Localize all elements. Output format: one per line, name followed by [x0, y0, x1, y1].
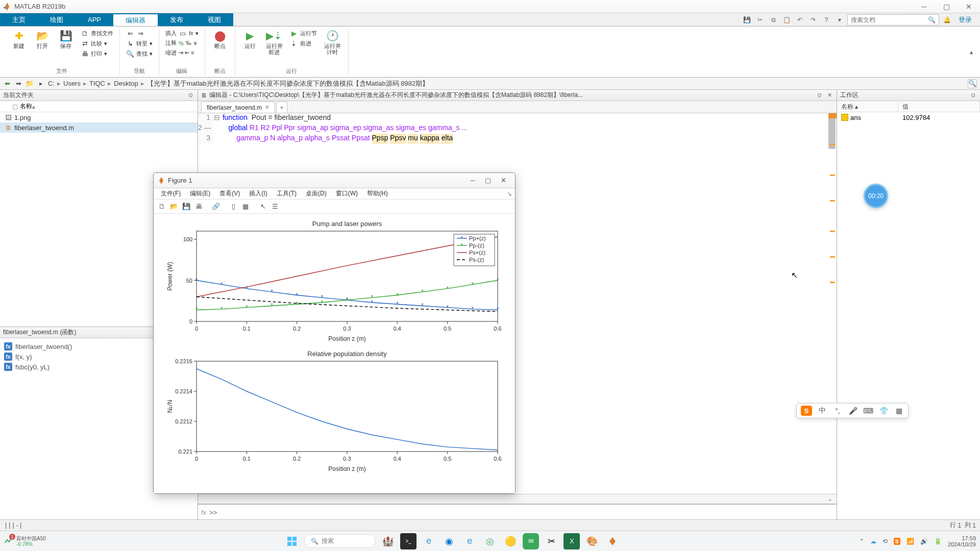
tray-volume-icon[interactable]: 🔊	[920, 538, 928, 545]
taskbar-360-icon[interactable]: ◎	[482, 533, 498, 549]
taskbar-excel-icon[interactable]: X	[564, 533, 580, 549]
ime-mic-icon[interactable]: 🎤	[848, 406, 858, 416]
tab-plots[interactable]: 绘图	[38, 13, 76, 26]
stock-widget[interactable]: 富时中国A50 -0.78%	[16, 536, 46, 547]
menu-file[interactable]: 文件(F)	[157, 188, 185, 199]
figure-menu-more-icon[interactable]: ↘	[507, 190, 512, 197]
run-time-button[interactable]: 🕐运行并 计时	[321, 29, 344, 56]
advance-button[interactable]: ⇣前进	[288, 39, 319, 48]
breakpoints-button[interactable]: ⬤断点	[209, 29, 231, 50]
goto-button[interactable]: ↳转至 ▾	[124, 39, 155, 48]
breadcrumb-drive[interactable]: C:	[47, 80, 56, 87]
paste-icon[interactable]: 📋	[781, 14, 792, 26]
recording-timer-badge[interactable]: 00:20	[864, 184, 888, 208]
insert-button[interactable]: 插入 ▭ fx ▾	[163, 29, 201, 38]
breadcrumb-seg[interactable]: Users	[62, 80, 82, 87]
taskbar-clock[interactable]: 17:59 2024/10/29	[948, 535, 976, 547]
taskbar-paint-icon[interactable]: 🎨	[584, 533, 600, 549]
save-button[interactable]: 💾保存	[55, 29, 77, 50]
tray-sync-icon[interactable]: ⟲	[883, 538, 888, 545]
taskbar-edge-legacy-icon[interactable]: e	[461, 533, 478, 549]
open-button[interactable]: 📂打开	[32, 29, 53, 50]
menu-view[interactable]: 查看(V)	[215, 188, 244, 199]
doc-search-input[interactable]	[851, 16, 928, 23]
ime-keyboard-icon[interactable]: ⌨	[863, 406, 873, 416]
path-back-button[interactable]: ⬅	[2, 79, 12, 89]
tab-close-icon[interactable]: ✕	[265, 104, 270, 111]
taskbar-snip-icon[interactable]: ✂	[543, 533, 559, 549]
editor-new-tab-button[interactable]: +	[276, 102, 287, 113]
open-figure-icon[interactable]: 📂	[169, 202, 179, 212]
path-browse-button[interactable]: ▸	[36, 79, 46, 89]
save-figure-icon[interactable]: 💾	[181, 202, 191, 212]
window-maximize-button[interactable]: ▢	[935, 0, 958, 13]
ime-lang-button[interactable]: 中	[817, 406, 827, 416]
ime-skin-icon[interactable]: 👕	[878, 406, 889, 416]
doc-search-box[interactable]: 🔍	[847, 14, 939, 26]
menu-tools[interactable]: 工具(T)	[273, 188, 301, 199]
workspace-variable-row[interactable]: ans 102.9784	[837, 112, 980, 122]
print-figure-icon[interactable]: 🖶	[193, 202, 204, 212]
path-up-button[interactable]: 📁	[24, 79, 35, 89]
print-button[interactable]: 🖶打印 ▾	[79, 49, 115, 58]
taskbar-ie-icon[interactable]: e	[421, 533, 437, 549]
login-link[interactable]: 登录	[954, 15, 976, 24]
ws-col-value[interactable]: 值	[898, 101, 980, 112]
cut-icon[interactable]: ✂	[754, 14, 766, 26]
tab-home[interactable]: 主页	[0, 13, 38, 26]
panel-dropdown-button[interactable]: ⊙	[186, 91, 194, 99]
ime-toolbox-icon[interactable]: ▦	[894, 406, 904, 416]
editor-tab[interactable]: fiberlaser_twoend.m ✕	[201, 102, 275, 113]
tray-sogou-icon[interactable]: S	[894, 538, 900, 545]
tray-onedrive-icon[interactable]: ☁	[870, 538, 876, 545]
taskbar-matlab-icon[interactable]	[604, 533, 621, 549]
figure-minimize-button[interactable]: ─	[465, 175, 480, 186]
breadcrumb-seg[interactable]: Desktop	[113, 80, 139, 87]
tab-editor[interactable]: 编辑器	[113, 13, 158, 26]
figure-maximize-button[interactable]: ▢	[480, 175, 496, 186]
run-advance-button[interactable]: ▶⇣运行并 前进	[263, 29, 286, 56]
new-figure-icon[interactable]: 🗋	[157, 202, 167, 212]
undo-icon[interactable]: ↶	[794, 14, 805, 26]
redo-icon[interactable]: ↷	[807, 14, 819, 26]
tab-apps[interactable]: APP	[76, 13, 113, 26]
toolstrip-collapse-button[interactable]: ▴	[970, 48, 973, 56]
taskbar-terminal-icon[interactable]: >_	[400, 533, 416, 549]
menu-insert[interactable]: 插入(I)	[245, 188, 271, 199]
file-row[interactable]: 🖼 1.png	[0, 112, 198, 122]
link-data-icon[interactable]: 🔗	[211, 202, 221, 212]
breadcrumb-seg[interactable]: TIQC	[88, 80, 106, 87]
nav-back-button[interactable]: ⇐⇒	[124, 29, 155, 38]
dock-icon[interactable]: ▯	[228, 202, 238, 212]
path-forward-button[interactable]: ➡	[13, 79, 23, 89]
help-icon[interactable]: ?	[821, 14, 832, 26]
taskbar-search[interactable]: 🔍搜索	[304, 534, 376, 548]
taskbar-explorer-icon[interactable]: 🏰	[380, 533, 396, 549]
tray-chevron-up-icon[interactable]: ⌃	[859, 538, 864, 545]
pointer-icon[interactable]: ↖	[258, 202, 268, 212]
figure-close-button[interactable]: ✕	[496, 175, 511, 186]
find-button[interactable]: 🔍查找 ▾	[124, 49, 155, 58]
taskbar-wechat-icon[interactable]: ✉	[523, 533, 539, 549]
tab-publish[interactable]: 发布	[158, 13, 195, 26]
start-button[interactable]	[284, 533, 300, 549]
command-window-reveal[interactable]: ⌄	[198, 494, 837, 504]
notification-icon[interactable]: 🔔	[941, 14, 952, 26]
file-row[interactable]: 🗎 fiberlaser_twoend.m	[0, 122, 198, 133]
tray-battery-icon[interactable]: 🔋	[934, 538, 942, 545]
new-button[interactable]: ✚新建	[8, 29, 30, 50]
more-icon[interactable]: ▾	[834, 14, 845, 26]
menu-desktop[interactable]: 桌面(D)	[302, 188, 331, 199]
breadcrumb-folder[interactable]: 【光学】基于matlab光纤激光器在不同长度不同掺杂浓度下的数值模拟【含Matl…	[146, 79, 430, 88]
ws-col-name[interactable]: 名称 ▴	[837, 101, 898, 112]
findfiles-button[interactable]: 🗋查找文件	[79, 29, 115, 38]
comment-button[interactable]: 注释 % ‰ ⚹	[163, 39, 201, 47]
workspace-dropdown-button[interactable]: ⊙	[969, 91, 977, 99]
editor-close-button[interactable]: ✕	[825, 91, 834, 99]
indent-button[interactable]: 缩进 ⇥ ⇤ ≡	[163, 48, 201, 57]
compare-button[interactable]: ⇄比较 ▾	[79, 39, 115, 48]
figure-titlebar[interactable]: Figure 1 ─ ▢ ✕	[154, 173, 515, 188]
path-search-button[interactable]: 🔍	[968, 79, 977, 88]
run-button[interactable]: ▶运行	[239, 29, 261, 50]
run-section-button[interactable]: ▶运行节	[288, 29, 319, 38]
